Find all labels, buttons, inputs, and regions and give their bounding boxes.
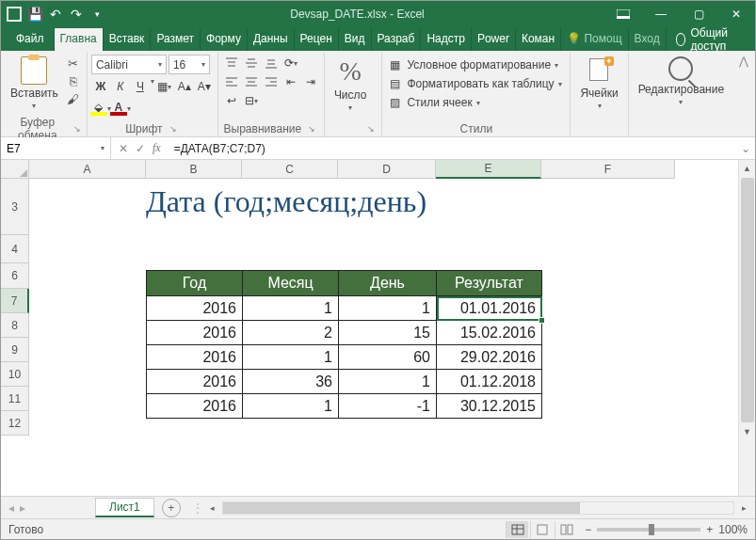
fill-color-button[interactable]: ⬙▾ bbox=[91, 99, 110, 118]
row-header-6[interactable]: 6 bbox=[1, 263, 29, 289]
tab-login[interactable]: Вход bbox=[629, 28, 667, 51]
zoom-level[interactable]: 100% bbox=[718, 523, 748, 536]
tab-nav-first-icon[interactable]: ◂ bbox=[8, 501, 14, 515]
row-header-3[interactable]: 3 bbox=[1, 179, 29, 235]
row-header-9[interactable]: 9 bbox=[1, 338, 29, 362]
horizontal-scrollbar[interactable]: ⋮ ◂ ▸ bbox=[188, 501, 755, 515]
align-left-button[interactable] bbox=[222, 73, 241, 90]
increase-indent-button[interactable]: ⇥ bbox=[301, 73, 320, 90]
share-button[interactable]: Общий доступ bbox=[667, 27, 755, 51]
column-header-A[interactable]: A bbox=[29, 160, 146, 179]
cell[interactable]: 60 bbox=[339, 345, 437, 370]
cell[interactable]: 1 bbox=[243, 394, 339, 419]
copy-button[interactable]: ⎘ bbox=[64, 72, 83, 89]
column-header-F[interactable]: F bbox=[541, 160, 675, 179]
italic-button[interactable]: К bbox=[111, 77, 130, 96]
qat-customize-icon[interactable]: ▾ bbox=[89, 7, 105, 22]
orientation-button[interactable]: ⟳▾ bbox=[281, 55, 300, 71]
collapse-ribbon-button[interactable]: ⋀ bbox=[733, 53, 754, 136]
tab-formulas[interactable]: Форму bbox=[201, 28, 248, 51]
dialog-launcher-icon[interactable]: ↘ bbox=[167, 122, 180, 135]
cell[interactable]: 2016 bbox=[147, 370, 243, 394]
vertical-scrollbar[interactable]: ▲ ▼ bbox=[738, 160, 755, 496]
align-bottom-button[interactable] bbox=[262, 55, 281, 71]
cell[interactable]: 15.02.2016 bbox=[437, 321, 542, 345]
column-header-E[interactable]: E bbox=[436, 160, 541, 179]
cell[interactable]: 01.12.2018 bbox=[437, 370, 542, 394]
underline-button[interactable]: Ч bbox=[131, 77, 150, 96]
merge-center-button[interactable]: ⊟▾ bbox=[242, 92, 261, 109]
cell[interactable]: 36 bbox=[243, 370, 339, 394]
new-sheet-button[interactable]: + bbox=[162, 499, 181, 517]
cell[interactable]: 2016 bbox=[147, 296, 243, 321]
restore-button[interactable]: ▢ bbox=[680, 1, 717, 27]
cell[interactable]: 30.12.2015 bbox=[437, 394, 542, 419]
cell[interactable]: -1 bbox=[339, 394, 437, 419]
ribbon-options-icon[interactable] bbox=[604, 1, 642, 27]
column-header-B[interactable]: B bbox=[146, 160, 242, 179]
enter-formula-button[interactable]: ✓ bbox=[136, 142, 145, 155]
grow-font-button[interactable]: A▴ bbox=[175, 77, 194, 96]
tab-home[interactable]: Главна bbox=[55, 28, 104, 51]
scroll-down-icon[interactable]: ▼ bbox=[739, 423, 755, 440]
redo-icon[interactable]: ↷ bbox=[69, 7, 84, 22]
shrink-font-button[interactable]: A▾ bbox=[195, 77, 214, 96]
tab-file[interactable]: Файл bbox=[7, 28, 55, 51]
dialog-launcher-icon[interactable]: ↘ bbox=[72, 122, 83, 135]
sheet-tab-1[interactable]: Лист1 bbox=[95, 498, 154, 517]
save-icon[interactable]: 💾 bbox=[27, 7, 42, 22]
hscroll-thumb[interactable] bbox=[223, 502, 581, 514]
cut-button[interactable]: ✂ bbox=[64, 55, 83, 71]
zoom-slider[interactable] bbox=[597, 528, 700, 532]
scroll-thumb[interactable] bbox=[741, 178, 754, 422]
decrease-indent-button[interactable]: ⇤ bbox=[281, 73, 300, 90]
cell[interactable]: 2016 bbox=[147, 345, 243, 370]
underline-more[interactable]: ▾ bbox=[151, 77, 154, 96]
scroll-right-icon[interactable]: ▸ bbox=[736, 503, 751, 513]
tab-insert[interactable]: Вставк bbox=[104, 28, 152, 51]
tab-review[interactable]: Рецен bbox=[295, 28, 339, 51]
tab-tell-me[interactable]: 💡 Помощ bbox=[561, 28, 628, 51]
row-header-8[interactable]: 8 bbox=[1, 313, 29, 338]
view-page-break-button[interactable] bbox=[555, 521, 577, 538]
scroll-up-icon[interactable]: ▲ bbox=[739, 160, 755, 177]
align-right-button[interactable] bbox=[262, 73, 281, 90]
align-middle-button[interactable] bbox=[242, 55, 261, 71]
expand-formula-bar-button[interactable]: ⌄ bbox=[736, 142, 755, 155]
cell[interactable]: 2016 bbox=[147, 394, 243, 419]
view-normal-button[interactable] bbox=[506, 521, 528, 538]
spreadsheet-grid[interactable]: ABCDEF 346789101112 Дата (год;месяц;день… bbox=[1, 160, 755, 496]
cells-button[interactable]: ✦ Ячейки ▾ bbox=[574, 55, 623, 112]
tab-developer[interactable]: Разраб bbox=[372, 28, 422, 51]
font-color-button[interactable]: A▾ bbox=[111, 99, 130, 118]
format-as-table-button[interactable]: ▤Форматировать как таблицу▾ bbox=[386, 75, 561, 92]
fill-handle[interactable] bbox=[539, 317, 545, 324]
cell[interactable]: 1 bbox=[243, 345, 339, 370]
column-header-D[interactable]: D bbox=[338, 160, 436, 179]
view-page-layout-button[interactable] bbox=[530, 521, 553, 538]
font-size-select[interactable]: 16▾ bbox=[169, 55, 210, 74]
tab-view[interactable]: Вид bbox=[339, 28, 372, 51]
conditional-formatting-button[interactable]: ▦Условное форматирование▾ bbox=[386, 56, 558, 73]
cell[interactable]: 29.02.2016 bbox=[437, 345, 542, 370]
number-format-button[interactable]: % Число ▾ bbox=[329, 55, 373, 114]
close-button[interactable]: ✕ bbox=[717, 1, 755, 27]
select-all-corner[interactable] bbox=[1, 160, 29, 179]
row-header-7[interactable]: 7 bbox=[1, 289, 29, 313]
zoom-out-button[interactable]: − bbox=[585, 523, 591, 536]
cell[interactable]: 1 bbox=[339, 370, 437, 394]
cell[interactable]: 1 bbox=[243, 296, 339, 321]
fx-icon[interactable]: fx bbox=[153, 141, 161, 155]
tab-nav-prev-icon[interactable]: ▸ bbox=[20, 501, 25, 515]
bold-button[interactable]: Ж bbox=[91, 77, 110, 96]
row-header-4[interactable]: 4 bbox=[1, 235, 29, 263]
undo-icon[interactable]: ↶ bbox=[48, 7, 63, 22]
editing-button[interactable]: Редактирование ▾ bbox=[633, 55, 730, 108]
name-box[interactable]: E7▾ bbox=[1, 137, 111, 159]
tab-data[interactable]: Данны bbox=[248, 28, 295, 51]
wrap-text-button[interactable]: ↩ bbox=[222, 92, 241, 109]
format-painter-button[interactable]: 🖌 bbox=[64, 90, 83, 107]
tab-team[interactable]: Коман bbox=[516, 28, 561, 51]
paste-button[interactable]: Вставить ▾ bbox=[7, 55, 62, 112]
align-center-button[interactable] bbox=[242, 73, 261, 90]
